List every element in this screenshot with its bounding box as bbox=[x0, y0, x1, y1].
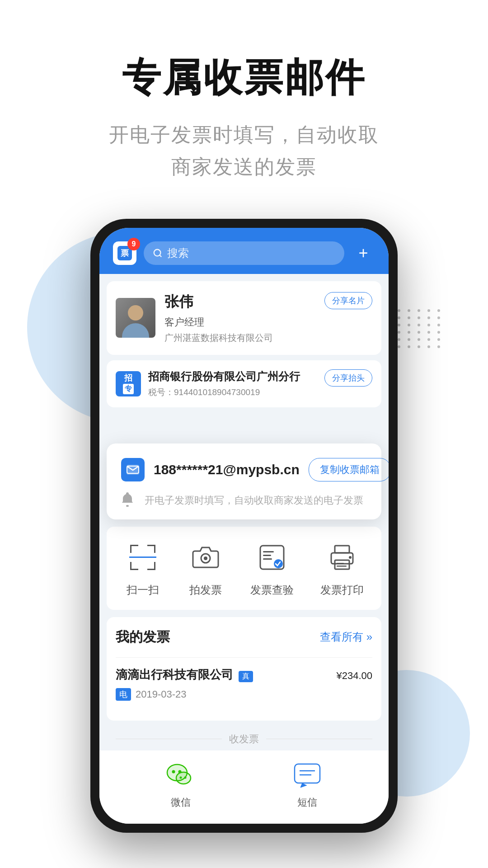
copy-email-button[interactable]: 复制收票邮箱 bbox=[309, 458, 389, 481]
message-label: 短信 bbox=[297, 796, 317, 809]
invoices-card: 我的发票 查看所有 » 滴滴出行科技有限公司 真 ¥234.00 bbox=[107, 617, 381, 721]
search-placeholder: 搜索 bbox=[167, 246, 189, 260]
camera-icon bbox=[188, 539, 224, 576]
svg-point-2 bbox=[154, 250, 161, 256]
invoices-header: 我的发票 查看所有 » bbox=[116, 628, 372, 646]
svg-rect-19 bbox=[263, 551, 274, 552]
svg-point-35 bbox=[180, 776, 182, 778]
contact-company: 广州湛蓝数据科技有限公司 bbox=[164, 332, 372, 344]
svg-rect-8 bbox=[130, 545, 131, 553]
bell-icon bbox=[121, 492, 137, 509]
wechat-label: 微信 bbox=[171, 796, 191, 809]
tool-scan[interactable]: 扫一扫 bbox=[125, 539, 161, 597]
tool-verify-label: 发票查验 bbox=[250, 583, 294, 597]
hero-subtitle-line1: 开电子发票时填写，自动收取 bbox=[109, 123, 379, 146]
message-icon bbox=[291, 760, 323, 791]
invoice-item: 滴滴出行科技有限公司 真 ¥234.00 电 2019-03-23 bbox=[116, 657, 372, 710]
svg-point-17 bbox=[204, 557, 207, 560]
company-icon: 招 专 bbox=[116, 371, 141, 396]
phone-mockup-area: 票 9 搜索 + bbox=[0, 219, 488, 833]
hero-section: 专属收票邮件 开电子发票时填写，自动收取 商家发送的发票 bbox=[0, 0, 488, 201]
share-wechat[interactable]: 微信 bbox=[165, 760, 197, 809]
hero-subtitle-line2: 商家发送的发票 bbox=[171, 156, 317, 178]
section-divider: 收发票 bbox=[99, 728, 389, 750]
email-note-row: 开电子发票时填写，自动收取商家发送的电子发票 bbox=[121, 492, 367, 509]
svg-point-31 bbox=[172, 770, 175, 773]
svg-rect-12 bbox=[130, 562, 131, 570]
company-tax: 税号：914401018904730019 bbox=[148, 387, 372, 398]
tools-row: 扫一扫 拍发票 bbox=[107, 527, 381, 610]
app-header: 票 9 搜索 + bbox=[99, 228, 389, 274]
email-row: 188******21@mypsb.cn 复制收票邮箱 bbox=[121, 458, 367, 481]
svg-point-6 bbox=[126, 505, 129, 507]
wechat-icon bbox=[165, 760, 197, 791]
svg-text:票: 票 bbox=[121, 249, 129, 258]
email-icon bbox=[121, 458, 145, 481]
svg-rect-23 bbox=[335, 546, 349, 553]
invoice-amount: ¥234.00 bbox=[336, 667, 372, 682]
svg-rect-14 bbox=[154, 562, 155, 570]
view-all-link[interactable]: 查看所有 » bbox=[320, 630, 372, 644]
svg-point-28 bbox=[349, 556, 352, 559]
invoice-row1: 滴滴出行科技有限公司 真 ¥234.00 bbox=[116, 667, 372, 683]
page-container: 专属收票邮件 开电子发票时填写，自动收取 商家发送的发票 bbox=[0, 0, 488, 868]
invoice-company: 滴滴出行科技有限公司 真 bbox=[116, 667, 253, 683]
tool-scan-label: 扫一扫 bbox=[127, 583, 159, 597]
hero-title: 专属收票邮件 bbox=[122, 54, 366, 101]
divider-text: 收发票 bbox=[229, 732, 259, 746]
share-options-row: 微信 短信 bbox=[99, 750, 389, 824]
share-message[interactable]: 短信 bbox=[291, 760, 323, 809]
svg-rect-25 bbox=[335, 560, 349, 569]
contact-job-title: 客户经理 bbox=[164, 316, 372, 329]
verify-icon bbox=[254, 539, 290, 576]
add-button[interactable]: + bbox=[352, 241, 375, 265]
contact-card: 张伟 客户经理 广州湛蓝数据科技有限公司 分享名片 bbox=[107, 281, 381, 355]
svg-rect-37 bbox=[295, 764, 320, 783]
tool-camera[interactable]: 拍发票 bbox=[188, 539, 224, 597]
share-tietou-button[interactable]: 分享抬头 bbox=[324, 369, 372, 387]
hero-subtitle: 开电子发票时填写，自动收取 商家发送的发票 bbox=[109, 119, 379, 183]
svg-rect-20 bbox=[263, 555, 271, 556]
spacer bbox=[99, 407, 389, 443]
svg-rect-26 bbox=[337, 563, 344, 564]
invoices-title: 我的发票 bbox=[116, 628, 170, 646]
svg-rect-15 bbox=[129, 557, 156, 558]
svg-line-3 bbox=[160, 255, 161, 257]
notification-badge: 9 bbox=[127, 238, 140, 250]
svg-rect-21 bbox=[263, 558, 272, 560]
phone-shell: 票 9 搜索 + bbox=[90, 219, 398, 833]
email-address: 188******21@mypsb.cn bbox=[154, 462, 300, 477]
scan-icon bbox=[125, 539, 161, 576]
company-card: 招 专 招商银行股份有限公司广州分行 税号：914401018904730019… bbox=[107, 360, 381, 407]
tool-print[interactable]: 发票打印 bbox=[320, 539, 364, 597]
invoice-row2: 电 2019-03-23 bbox=[116, 688, 372, 701]
svg-rect-27 bbox=[337, 566, 347, 567]
tool-print-label: 发票打印 bbox=[320, 583, 364, 597]
app-logo-wrap: 票 9 bbox=[113, 241, 136, 265]
print-icon bbox=[324, 539, 360, 576]
phone-inner: 票 9 搜索 + bbox=[99, 228, 389, 824]
share-namecard-button[interactable]: 分享名片 bbox=[324, 292, 372, 309]
tool-camera-label: 拍发票 bbox=[189, 583, 222, 597]
contact-avatar bbox=[116, 298, 155, 338]
email-note-text: 开电子发票时填写，自动收取商家发送的电子发票 bbox=[145, 494, 363, 507]
email-card: 188******21@mypsb.cn 复制收票邮箱 开电子发票时填写，自动收… bbox=[107, 443, 381, 519]
tool-verify[interactable]: 发票查验 bbox=[250, 539, 294, 597]
search-bar[interactable]: 搜索 bbox=[144, 241, 344, 265]
svg-rect-10 bbox=[154, 545, 155, 553]
svg-point-36 bbox=[184, 776, 187, 778]
